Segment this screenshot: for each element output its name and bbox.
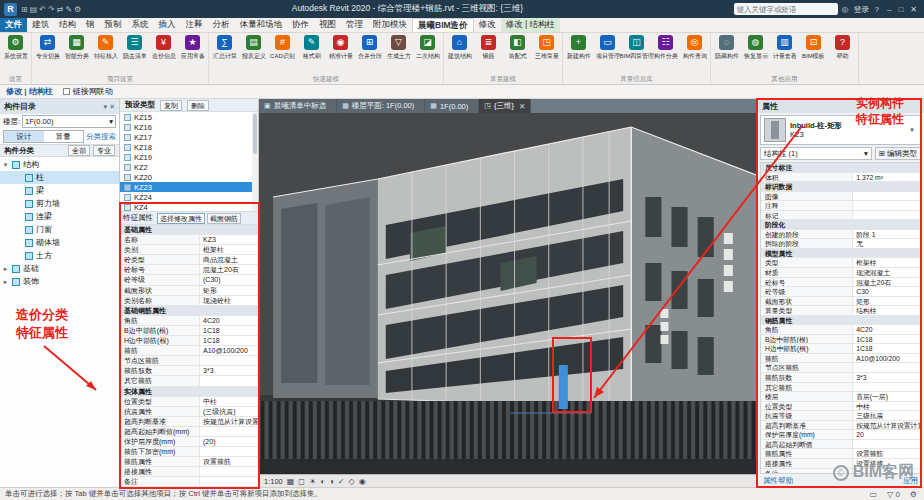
property-row[interactable]: 楼层 首层(一层) [761,392,920,402]
ribbon-button[interactable]: ★ 应用常备 [178,33,207,74]
property-value[interactable] [200,477,258,486]
ribbon-tab[interactable]: 修改 [474,18,501,32]
ribbon-button[interactable]: ⚙ 系统设置 [1,33,30,74]
ribbon-button[interactable]: # CAD识别 [268,33,297,74]
property-value[interactable]: 设置箍筋 [200,457,258,466]
property-value[interactable]: 3*3 [853,373,920,382]
type-list-item[interactable]: KZ24 [120,192,258,202]
property-row[interactable]: 材质 现浇混凝土 [761,268,920,278]
properties-help-link[interactable]: 属性帮助 [763,476,793,486]
property-value[interactable] [200,447,258,456]
ribbon-tab[interactable]: 协作 [287,18,314,32]
feature-props-tab[interactable]: 选择修改属性 [157,213,205,224]
tree-item[interactable]: ▸ 装饰 [0,275,119,288]
property-row[interactable]: 保护层厚度(mm) 20 [761,430,920,440]
pin-icon[interactable]: ▾ [104,103,108,111]
property-row[interactable]: H边中部筋(根) 1C18 [120,336,258,346]
ribbon-tab[interactable]: 结构 [54,18,81,32]
property-row[interactable]: 角筋 4C20 [761,325,920,335]
ribbon-tab[interactable]: 预制 [100,18,127,32]
filter-major-button[interactable]: 专业 [93,145,115,156]
scale-control[interactable]: 1:100 [264,477,283,486]
view-control-icon[interactable]: ☀ [309,477,316,486]
property-row[interactable]: 标记 [761,211,920,221]
property-value[interactable]: 4C20 [853,325,920,334]
type-list-item[interactable]: KZ18 [120,142,258,152]
status-control-icon[interactable]: ▭ [867,490,879,499]
category-search-link[interactable]: 分类搜索 [86,132,116,142]
property-row[interactable]: 超高判断基准 按规范从计算设置计算 [761,421,920,431]
property-row[interactable]: 截面形状 矩形 [120,286,258,296]
view-tab[interactable]: ▦ 1F(0.00) [425,99,479,113]
ribbon-button[interactable]: ◎ 构件查询 [680,33,709,74]
ribbon-button[interactable]: ⊞ 合并分段 [355,33,384,74]
property-row[interactable]: 类别 框架柱 [120,245,258,255]
chevron-down-icon[interactable]: ▾ [907,126,917,134]
property-value[interactable]: 混凝土20石 [200,265,258,274]
ribbon-tab[interactable]: 建筑 [27,18,54,32]
property-row[interactable]: 角筋 4C20 [120,316,258,326]
tree-item[interactable]: ▾ 结构 [0,158,119,171]
property-row[interactable]: 砼标号 混凝土20石 [120,265,258,275]
property-row[interactable]: 箍筋属性 设置箍筋 [120,457,258,467]
property-row[interactable]: 砼标号 混凝土20石 [761,278,920,288]
ribbon-button[interactable]: ▥ 计量套看 [770,33,799,74]
ribbon-button[interactable]: ∑ 汇总计算 [210,33,239,74]
scrollbar-thumb[interactable] [253,114,257,154]
quick-access-icon[interactable]: ▤ [30,5,38,14]
close-icon[interactable]: ✕ [109,103,115,111]
tree-item[interactable]: 门窗 [0,223,119,236]
property-value[interactable]: A10@100/200 [853,354,920,363]
property-value[interactable] [853,383,920,392]
quick-access-icon[interactable]: ⇄ [57,5,64,14]
ribbon-button[interactable]: ≣ 钢筋 [474,33,503,74]
property-row[interactable]: 其它箍筋 [761,383,920,393]
ribbon-button[interactable]: ▤ 报表定义 [239,33,268,74]
type-list-item[interactable]: KZ16 [120,122,258,132]
property-value[interactable]: 中柱 [853,402,920,411]
selection-filter-select[interactable]: 结构柱 (1) ▾ [760,147,872,160]
search-icon[interactable]: ◎ [842,5,849,14]
property-row[interactable]: 箍筋下加密(mm) [120,447,258,457]
property-value[interactable] [200,356,258,365]
property-value[interactable]: A10@100/200 [200,346,258,355]
property-row[interactable]: 箍筋肢数 3*3 [761,373,920,383]
property-row[interactable]: 箍筋肢数 3*3 [120,366,258,376]
tree-item[interactable]: 剪力墙 [0,197,119,210]
property-row[interactable]: 抗震属性 (三级抗震) [120,407,258,417]
ribbon-button[interactable]: ◌ 隐藏构件 [712,33,741,74]
type-toolbar-button[interactable]: 复制 [160,100,182,111]
property-row[interactable]: 砼等级 (C30) [120,275,258,285]
property-row[interactable]: 箍筋属性 设置箍筋 [761,449,920,459]
mode-design[interactable]: 设计 [4,131,44,142]
type-list-item[interactable]: KZ4 [120,202,258,212]
view-control-icon[interactable]: ▦ [287,477,295,486]
property-row[interactable]: 截面形状 矩形 [761,297,920,307]
search-input[interactable] [734,3,838,15]
feature-props-tab[interactable]: 截面钢筋 [207,213,241,224]
property-row[interactable]: 砼等级 C30 [761,287,920,297]
property-value[interactable]: 1.372 m³ [853,173,920,182]
property-row[interactable]: B边中部筋(根) 1C18 [761,335,920,345]
property-value[interactable]: 框架柱 [200,245,258,254]
property-row[interactable]: 模型属性 [761,249,920,259]
property-value[interactable]: 中柱 [200,397,258,406]
quick-access-icon[interactable]: ✎ [65,5,72,14]
ribbon-button[interactable]: ▭ 项目管理 [593,33,622,74]
property-row[interactable]: 钢筋属性 [761,316,920,326]
property-row[interactable]: 名称 KZ3 [120,235,258,245]
ribbon-button[interactable]: ? 帮助 [828,33,857,74]
property-value[interactable]: 设置箍筋 [853,449,920,458]
ribbon-tab[interactable]: 文件 [0,18,27,32]
ribbon-button[interactable]: ▦ 智能分类 [62,33,91,74]
property-row[interactable]: 拆除的阶段 无 [761,239,920,249]
property-row[interactable]: 箍筋 A10@100/200 [761,354,920,364]
ribbon-tab[interactable]: 钢 [81,18,100,32]
property-value[interactable] [200,376,258,385]
property-value[interactable] [200,427,258,436]
view-tab[interactable]: ▣ 晨曦清单中标选 [259,99,337,113]
property-row[interactable]: 算量类型 结构柱 [761,306,920,316]
view-tab[interactable]: ◳ {三维} ✕ [479,99,531,113]
ribbon-tab[interactable]: 插入 [154,18,181,32]
view-tab-close-icon[interactable]: ✕ [517,102,525,111]
